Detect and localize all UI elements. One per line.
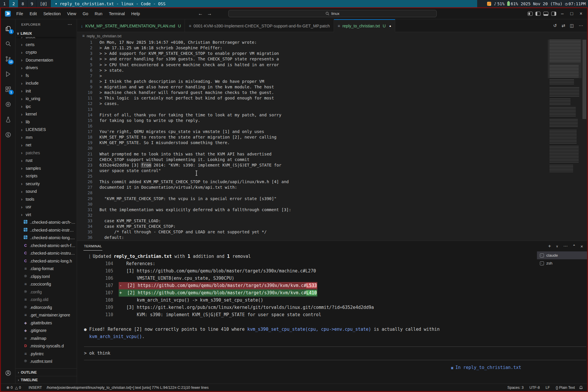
editor-tab[interactable]: ↓KVM_MP_STATE_IMPLEMENTATION_PLAN.mdU	[77, 19, 185, 32]
menu-go[interactable]: Go	[80, 10, 91, 17]
timeline-icon[interactable]: ↺	[553, 23, 557, 28]
tree-folder-crypto[interactable]: ›crypto	[15, 48, 77, 56]
window-title[interactable]: • reply_to_christian.txt - linux - Code …	[51, 0, 477, 7]
terminal-tab-claude[interactable]: ›_claude	[537, 251, 587, 259]
editor-scrollbar[interactable]	[582, 40, 587, 241]
activity-supermaven-extension[interactable]	[1, 127, 15, 142]
menu-file[interactable]: File	[14, 10, 26, 17]
tree-file[interactable]: ..checked-atomic-instr…	[15, 226, 77, 234]
toggle-sidebar-icon[interactable]	[536, 12, 540, 16]
tree-folder-virt[interactable]: ›virt	[15, 211, 77, 219]
menu-selection[interactable]: Selection	[41, 10, 63, 17]
tree-file[interactable]: ≡.clang-format	[15, 265, 77, 273]
problems-indicator[interactable]: ⊗0 △0	[5, 385, 22, 390]
tree-file[interactable]: .clippy.toml	[15, 273, 77, 281]
section-timeline[interactable]: ›TIMELINE	[15, 376, 77, 384]
activity-remote-explorer[interactable]	[1, 97, 15, 112]
tree-folder-rust[interactable]: ›rust	[15, 157, 77, 164]
open-changes-icon[interactable]: ⇄	[561, 23, 565, 28]
tree-file[interactable]: ≡.config.old	[15, 296, 77, 304]
terminal-body[interactable]: ⌊Updated reply_to_christian.txt with 1 a…	[77, 251, 587, 384]
nav-forward-button[interactable]: →	[207, 11, 212, 17]
tray-app-icon[interactable]	[487, 2, 491, 6]
menu-run[interactable]: Run	[92, 10, 105, 17]
workspace-section-header[interactable]: ∨ LINUX	[15, 29, 77, 37]
tree-folder-block[interactable]: ›block	[15, 37, 77, 41]
tree-file[interactable]: ≡.get_maintainer.ignore	[15, 311, 77, 319]
file-info[interactable]: /home/josie/development/linux/reply_to_c…	[45, 386, 210, 390]
notifications-bell-icon[interactable]	[579, 386, 583, 390]
tree-folder-certs[interactable]: ›certs	[15, 41, 77, 49]
activity-run-and-debug[interactable]	[1, 66, 15, 82]
tree-folder-net[interactable]: ›net	[15, 141, 77, 149]
activity-source-control[interactable]: 13	[1, 51, 15, 66]
tree-folder-fs[interactable]: ›fs	[15, 72, 77, 80]
tree-folder-drivers[interactable]: ›drivers	[15, 64, 77, 72]
tree-file[interactable]: .rustfmt.toml	[15, 358, 77, 365]
editor-tab[interactable]: ≡0001-KVM-s390-Implement-CHECK_STOP-supp…	[185, 19, 334, 32]
tree-folder-kernel[interactable]: ›kernel	[15, 110, 77, 118]
new-terminal-button[interactable]: +	[548, 243, 551, 249]
workspace-button-9[interactable]: 9	[27, 0, 36, 7]
tree-folder-Documentation[interactable]: ›Documentation	[15, 56, 77, 64]
tree-file[interactable]: C.checked-atomic-long.h	[15, 257, 77, 265]
tab-terminal[interactable]: TERMINAL	[83, 242, 102, 251]
language-mode[interactable]: {} Plain Text	[554, 386, 577, 390]
tree-folder-ipc[interactable]: ›ipc	[15, 103, 77, 111]
split-editor-icon[interactable]: ◫	[570, 23, 574, 28]
tree-file[interactable]: .editorconfig	[15, 304, 77, 312]
tree-file[interactable]: ≡.mailmap	[15, 335, 77, 342]
menu-edit[interactable]: Edit	[27, 10, 39, 17]
workspace-button-1[interactable]: 1	[0, 0, 9, 7]
tree-folder-init[interactable]: ›init	[15, 87, 77, 95]
menu-view[interactable]: View	[64, 10, 79, 17]
scrollbar-thumb[interactable]	[582, 40, 586, 119]
nav-back-button[interactable]: ←	[198, 11, 203, 17]
activity-testing[interactable]	[1, 112, 15, 127]
toggle-panel-icon[interactable]	[543, 12, 548, 16]
editor-more-actions-icon[interactable]: ⋯	[579, 23, 583, 28]
workspace-button-2[interactable]: 2	[9, 0, 18, 7]
minimap[interactable]	[548, 40, 582, 215]
tree-folder-patches[interactable]: ›patches	[15, 149, 77, 157]
maximize-button[interactable]: □	[568, 11, 575, 16]
terminal-profile-dropdown-icon[interactable]: ∨	[556, 244, 558, 248]
minimize-button[interactable]: –	[559, 11, 566, 16]
menu-terminal[interactable]: Terminal	[106, 10, 127, 17]
section-outline[interactable]: ›OUTLINE	[15, 368, 77, 376]
vim-mode-indicator[interactable]: INSERT	[27, 386, 43, 390]
panel-more-actions-icon[interactable]: ⋯	[563, 244, 568, 249]
activity-explorer[interactable]: 1	[1, 21, 15, 36]
close-button[interactable]: ×	[578, 11, 584, 16]
tree-file[interactable]: ..checked-atomic-long.…	[15, 234, 77, 242]
tree-file[interactable]: ◆.gitignore	[15, 327, 77, 335]
tree-file[interactable]: ◆.gitattributes	[15, 319, 77, 327]
tree-folder-scripts[interactable]: ›scripts	[15, 172, 77, 180]
tree-folder-usr[interactable]: ›usr	[15, 203, 77, 211]
command-center-search[interactable]: linux	[228, 10, 437, 17]
tree-folder-io_uring[interactable]: ›io_uring	[15, 95, 77, 103]
indentation-indicator[interactable]: Spaces: 3	[506, 386, 526, 390]
explorer-more-actions[interactable]: ⋯	[68, 22, 72, 27]
activity-extensions[interactable]: 1	[1, 82, 15, 97]
terminal-prompt-input[interactable]: > ok think	[84, 347, 587, 360]
maximize-panel-icon[interactable]: ⌃	[573, 244, 575, 248]
minimap-viewport[interactable]	[548, 40, 582, 78]
text-editor[interactable]: 1234567891011121314151617181920212223242…	[77, 40, 587, 241]
tree-folder-include[interactable]: ›include	[15, 79, 77, 87]
activity-accounts[interactable]	[1, 365, 15, 381]
toggle-secondary-sidebar-icon[interactable]	[551, 12, 556, 16]
workspace-button-[interactable]: [@]	[37, 0, 51, 7]
tree-file[interactable]: .config	[15, 288, 77, 296]
tree-file[interactable]: ≡.pylintrc	[15, 350, 77, 358]
tree-folder-security[interactable]: ›security	[15, 180, 77, 188]
tree-folder-samples[interactable]: ›samples	[15, 164, 77, 172]
customize-layout-icon[interactable]	[528, 12, 533, 16]
tree-folder-LICENSES[interactable]: ›LICENSES	[15, 126, 77, 134]
editor-tab[interactable]: ≡reply_to_christian.txtU●	[334, 19, 395, 32]
close-panel-icon[interactable]: ×	[580, 244, 583, 249]
tree-folder-mm[interactable]: ›mm	[15, 134, 77, 141]
tree-file[interactable]: D.missing-syscalls.d	[15, 342, 77, 350]
tree-file[interactable]: ≡.cocciconfig	[15, 280, 77, 288]
tree-file[interactable]: C.checked-atomic-arch-f…	[15, 242, 77, 250]
